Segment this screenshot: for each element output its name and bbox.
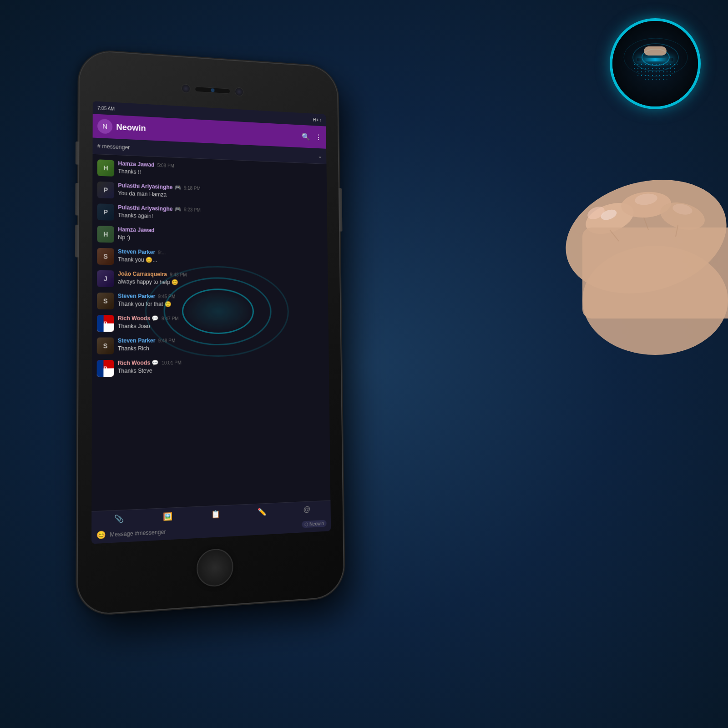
badge-glow-bar bbox=[637, 58, 673, 61]
message-content: Hamza Jawad 5:08 PM Thanks !! bbox=[118, 160, 322, 183]
mention-icon[interactable]: @ bbox=[303, 505, 311, 514]
svg-point-6 bbox=[672, 202, 693, 217]
touch-technology-badge bbox=[610, 18, 701, 109]
message-avatar: S bbox=[97, 293, 114, 309]
message-item: S Steven Parker 9:48 PM Thanks Rich bbox=[92, 334, 329, 358]
message-avatar: J bbox=[97, 270, 114, 287]
power-button bbox=[339, 188, 343, 231]
search-icon[interactable]: 🔍 bbox=[302, 132, 310, 141]
message-text: Thank you for that 🙂 bbox=[118, 300, 324, 309]
menu-icon[interactable]: ⋮ bbox=[315, 133, 322, 142]
finger-overlay bbox=[510, 146, 728, 373]
message-author: Hamza Jawad bbox=[118, 226, 155, 233]
message-item: R Rich Woods 💬 10:01 PM Thanks Steve bbox=[92, 355, 329, 380]
svg-point-7 bbox=[582, 246, 728, 355]
emoji-button[interactable]: 😊 bbox=[96, 530, 106, 540]
message-author: Steven Parker bbox=[118, 248, 155, 256]
image-icon[interactable]: 🖼️ bbox=[163, 512, 173, 521]
message-content: João Carrasqueira 9:43 PM always happy t… bbox=[118, 270, 324, 288]
message-avatar: H bbox=[97, 226, 114, 243]
phone: 7:05 AM H+ ↑ N Neowin 🔍 ⋮ # messe bbox=[77, 50, 344, 615]
message-author: Hamza Jawad bbox=[118, 160, 154, 168]
message-content: Steven Parker 9:48 PM Thanks Rich bbox=[118, 337, 324, 353]
neowin-badge: ⬡ Neowin bbox=[302, 520, 327, 528]
message-content: Steven Parker 9:45 PM Thank you for that… bbox=[118, 293, 324, 309]
message-timestamp: 6:23 PM bbox=[184, 207, 201, 212]
message-avatar: P bbox=[97, 182, 114, 199]
phone-body: 7:05 AM H+ ↑ N Neowin 🔍 ⋮ # messe bbox=[77, 50, 344, 615]
message-avatar: S bbox=[97, 338, 114, 354]
message-avatar: R bbox=[97, 360, 114, 377]
badge-dot-grid bbox=[632, 63, 678, 81]
volume-mute-button bbox=[76, 142, 80, 165]
app-title: Neowin bbox=[116, 122, 298, 141]
phone-screen: 7:05 AM H+ ↑ N Neowin 🔍 ⋮ # messe bbox=[91, 101, 331, 544]
home-button[interactable] bbox=[197, 548, 233, 587]
message-content: Steven Parker 9:... Thank you 😊... bbox=[118, 248, 324, 267]
message-content: Pulasthi Ariyasinghe 🎮 6:23 PM Thanks ag… bbox=[118, 204, 323, 225]
message-timestamp: 5:08 PM bbox=[157, 163, 174, 168]
clip-icon[interactable]: 📎 bbox=[114, 514, 124, 524]
message-avatar: S bbox=[97, 248, 114, 265]
message-timestamp: 9:48 PM bbox=[158, 338, 176, 343]
message-item: J João Carrasqueira 9:43 PM always happy… bbox=[92, 268, 328, 292]
message-timestamp: 5:18 PM bbox=[184, 186, 201, 191]
channel-name: # messenger bbox=[97, 143, 130, 151]
message-item: S Steven Parker 9:45 PM Thank you for th… bbox=[92, 290, 329, 313]
messages-area: H Hamza Jawad 5:08 PM Thanks !! P Pulast… bbox=[91, 154, 330, 511]
message-content: Rich Woods 💬 9:47 PM Thanks Joao bbox=[118, 315, 324, 330]
neowin-logo-icon: ⬡ bbox=[304, 522, 308, 527]
status-time: 7:05 AM bbox=[97, 105, 115, 111]
message-content: Hamza Jawad Np :) bbox=[118, 226, 323, 246]
badge-finger-icon bbox=[644, 46, 667, 56]
message-avatar: P bbox=[97, 203, 114, 221]
message-header-row: Steven Parker 9:45 PM bbox=[118, 293, 324, 301]
message-author: Pulasthi Ariyasinghe 🎮 bbox=[118, 204, 181, 212]
message-timestamp: 10:01 PM bbox=[162, 360, 181, 366]
edit-icon[interactable]: ✏️ bbox=[258, 507, 267, 516]
badge-inner bbox=[612, 21, 698, 106]
volume-up-button bbox=[75, 183, 79, 216]
message-author: Steven Parker bbox=[118, 337, 156, 344]
message-text: Thanks Steve bbox=[118, 365, 325, 375]
svg-point-0 bbox=[553, 163, 728, 311]
message-timestamp: 9:43 PM bbox=[170, 272, 187, 278]
svg-point-5 bbox=[634, 192, 658, 207]
header-actions: 🔍 ⋮ bbox=[302, 132, 322, 141]
message-content: Rich Woods 💬 10:01 PM Thanks Steve bbox=[118, 358, 325, 375]
svg-point-12 bbox=[600, 207, 618, 222]
message-author: Rich Woods 💬 bbox=[118, 315, 159, 321]
message-header-row: Rich Woods 💬 9:47 PM bbox=[118, 315, 324, 322]
app-avatar: N bbox=[97, 119, 112, 134]
front-sensor bbox=[235, 87, 243, 96]
svg-point-1 bbox=[581, 197, 638, 240]
message-header-row: Steven Parker 9:48 PM bbox=[118, 337, 324, 344]
volume-down-button bbox=[75, 225, 79, 258]
message-timestamp: 9:45 PM bbox=[158, 294, 175, 299]
svg-line-11 bbox=[676, 225, 678, 237]
message-text: Thanks Joao bbox=[118, 323, 324, 330]
message-author: Rich Woods 💬 bbox=[118, 359, 159, 366]
status-signal: H+ ↑ bbox=[313, 117, 322, 122]
svg-line-9 bbox=[610, 230, 619, 241]
front-camera bbox=[182, 84, 191, 93]
list-icon[interactable]: 📋 bbox=[211, 510, 220, 519]
message-text: always happy to help 😊 bbox=[118, 278, 324, 288]
chevron-down-icon: ⌄ bbox=[318, 153, 322, 159]
message-author: João Carrasqueira bbox=[118, 270, 167, 278]
message-text: Thanks Rich bbox=[118, 344, 324, 353]
message-timestamp: 9:47 PM bbox=[162, 316, 179, 321]
message-avatar: H bbox=[97, 159, 114, 177]
message-author: Steven Parker bbox=[118, 293, 155, 299]
message-avatar: R bbox=[97, 315, 114, 332]
svg-line-10 bbox=[644, 217, 648, 230]
message-item: S Steven Parker 9:... Thank you 😊... bbox=[92, 245, 328, 271]
svg-rect-8 bbox=[582, 228, 728, 318]
message-timestamp: 9:... bbox=[158, 250, 166, 255]
message-item: R Rich Woods 💬 9:47 PM Thanks Joao bbox=[92, 312, 329, 334]
svg-point-4 bbox=[586, 204, 607, 222]
svg-point-2 bbox=[620, 190, 672, 219]
svg-point-3 bbox=[657, 198, 708, 234]
